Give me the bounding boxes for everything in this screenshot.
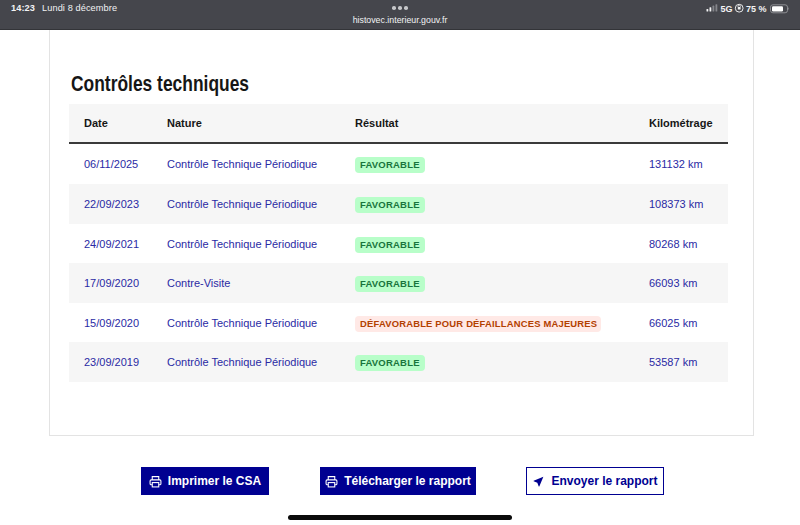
- svg-text:75 %: 75 %: [746, 4, 767, 14]
- svg-text:5G: 5G: [721, 4, 733, 14]
